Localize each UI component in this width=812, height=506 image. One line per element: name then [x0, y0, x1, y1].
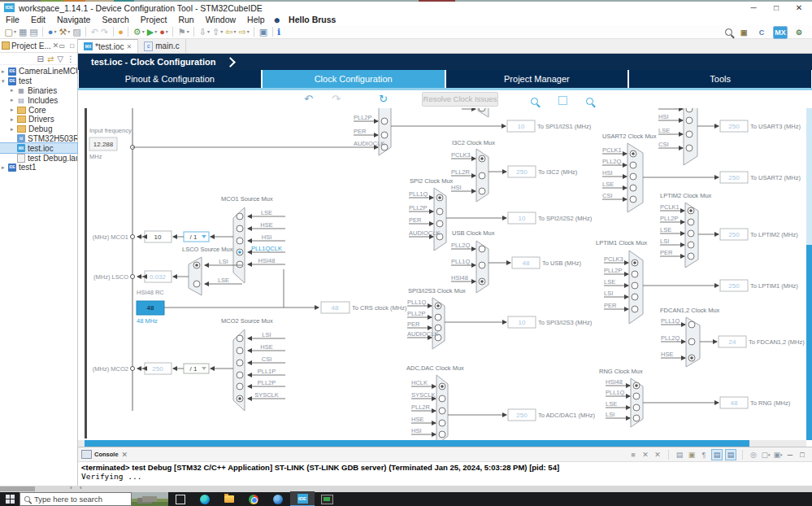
- save-icon[interactable]: ▦: [19, 26, 27, 38]
- menu-search[interactable]: Search: [102, 15, 128, 25]
- radio-rng-LSE[interactable]: [633, 404, 640, 411]
- maximize-view-icon[interactable]: □: [797, 450, 807, 460]
- vertical-scrollbar-thumb[interactable]: [806, 245, 812, 440]
- radio-usb-PLL2Q[interactable]: [479, 246, 485, 252]
- radio-mco2-HSE[interactable]: [237, 347, 243, 354]
- maximize-button[interactable]: □: [765, 2, 788, 14]
- horizontal-scrollbar-thumb[interactable]: [85, 440, 749, 447]
- radio-lptim1-LSE[interactable]: [632, 282, 638, 289]
- minimize-button[interactable]: ─: [742, 2, 765, 14]
- radio-spi1-PLL2P[interactable]: [381, 118, 388, 124]
- debug-icon[interactable]: ⚙▾: [133, 26, 145, 38]
- radio-mco1-HSI48[interactable]: [237, 261, 243, 268]
- scroll-lock-icon[interactable]: ▣: [687, 450, 697, 460]
- menu-navigate[interactable]: Navigate: [57, 15, 90, 25]
- tree-item-core[interactable]: ▸Core: [0, 105, 77, 115]
- zoom-out-icon[interactable]: [586, 95, 593, 107]
- remove-all-launches-icon[interactable]: ✕: [653, 450, 662, 460]
- info-icon[interactable]: ℹ: [277, 26, 280, 38]
- cpp-perspective-icon[interactable]: C: [755, 27, 768, 38]
- radio-mco1-HSI[interactable]: [237, 238, 243, 244]
- show-on-stderr-icon[interactable]: ▤: [725, 449, 736, 460]
- minimize-view-icon[interactable]: ─: [785, 450, 795, 460]
- bottom-scroll-thumb[interactable]: [0, 486, 35, 491]
- view-menu-icon[interactable]: ⋮: [67, 55, 75, 63]
- radio-usart2-PLL2Q[interactable]: [630, 162, 636, 168]
- radio-adc-HSE[interactable]: [439, 420, 445, 426]
- forward-icon[interactable]: ⇨▾: [238, 26, 249, 38]
- search-icon[interactable]: [725, 28, 732, 36]
- radio-lptim2-PLL2P[interactable]: [688, 219, 694, 225]
- refresh-icon[interactable]: ↻: [379, 93, 388, 105]
- task-view-button[interactable]: [168, 492, 193, 506]
- run-icon[interactable]: ▶▾: [147, 26, 157, 38]
- radio-spi3-PLL2P[interactable]: [435, 314, 441, 321]
- tree-item-debug[interactable]: ▸Debug: [0, 124, 77, 134]
- radio-usart3-HSI[interactable]: [686, 117, 693, 124]
- collapse-all-icon[interactable]: ⊟: [37, 55, 44, 63]
- radio-usart2-CSI[interactable]: [630, 196, 636, 203]
- radio-mco2-PLL2P[interactable]: [237, 383, 243, 390]
- resolve-clock-issues-button[interactable]: Resolve Clock Issues: [422, 92, 498, 107]
- expand-caret-icon[interactable]: ▸: [11, 107, 17, 113]
- radio-fdcan-PLL2Q[interactable]: [688, 338, 695, 345]
- external-tools-icon[interactable]: ●▾: [159, 26, 168, 38]
- expand-caret-icon[interactable]: ▸: [11, 116, 17, 123]
- remote-screen-button[interactable]: [315, 492, 339, 506]
- radio-usb-PLL1Q[interactable]: [479, 262, 485, 268]
- prev-annotation-icon[interactable]: ⇧▾: [212, 26, 223, 38]
- tree-item-drivers[interactable]: ▸Drivers: [0, 115, 77, 124]
- redo-icon[interactable]: ↷: [332, 93, 341, 105]
- radio-rng-PLL1Q[interactable]: [633, 393, 640, 399]
- user-name[interactable]: Hello Bruss: [289, 15, 336, 24]
- expand-caret-icon[interactable]: ▸: [11, 97, 17, 103]
- radio-i3c2-HSI[interactable]: [479, 188, 485, 194]
- radio-mco1-LSE[interactable]: [237, 213, 243, 220]
- update-software-icon[interactable]: ●: [118, 26, 124, 38]
- radio-i3c2-PLL2R[interactable]: [479, 172, 485, 179]
- tab-project-manager[interactable]: Project Manager: [446, 70, 628, 88]
- file-explorer-button[interactable]: [217, 492, 241, 506]
- console-close-icon[interactable]: ✕: [122, 451, 128, 459]
- radio-mco2-LSI[interactable]: [237, 335, 243, 342]
- radio-usart2-LSE[interactable]: [630, 185, 636, 191]
- console-tab[interactable]: Console: [94, 451, 119, 458]
- close-button[interactable]: ✕: [788, 2, 810, 14]
- radio-lptim2-LSE[interactable]: [688, 230, 694, 237]
- menu-project[interactable]: Project: [141, 15, 167, 25]
- radio-mco2-PLL1P[interactable]: [237, 372, 243, 378]
- radio-usart2-HSI[interactable]: [630, 173, 636, 180]
- tree-item-stm32h503rbtx-fla[interactable]: ldSTM32H503RBTX_FLA: [0, 134, 77, 144]
- radio-spi1-PER[interactable]: [381, 132, 388, 138]
- stm32cubeide-taskbar-button[interactable]: IDE: [290, 491, 315, 506]
- tree-item-test-debug-launch[interactable]: test Debug.launch: [0, 153, 77, 163]
- pin-console-icon[interactable]: ◎: [749, 450, 758, 460]
- radio-lptim1-PLL2P[interactable]: [632, 271, 638, 277]
- tab-pinout-configuration[interactable]: Pinout & Configuration: [79, 70, 261, 88]
- run-last-tool-icon[interactable]: ⚑▾: [178, 26, 189, 38]
- console-output[interactable]: <terminated> test Debug [STM32 C/C++ App…: [78, 462, 812, 482]
- vertical-scrollbar[interactable]: [806, 108, 812, 440]
- expand-caret-icon[interactable]: ▾: [2, 78, 8, 85]
- radio-lptim2-PER[interactable]: [688, 253, 694, 260]
- undo-icon[interactable]: ↶: [91, 26, 98, 38]
- radio-usart3-CSI[interactable]: [686, 145, 693, 151]
- expand-caret-icon[interactable]: ▸: [2, 68, 8, 75]
- radio-mco2-CSI[interactable]: [237, 360, 243, 366]
- mx-perspective-icon[interactable]: MX: [773, 26, 788, 39]
- new-wizard-icon[interactable]: ▢▾: [5, 26, 16, 38]
- display-selected-console-icon[interactable]: ▢▾: [761, 450, 771, 460]
- scroll-right-icon[interactable]: ›: [70, 484, 72, 491]
- build-icon[interactable]: ⚒▾: [59, 26, 70, 38]
- radio-fdcan-PLL1Q[interactable]: [688, 321, 695, 328]
- debug-perspective-icon[interactable]: ⚙: [792, 27, 805, 38]
- expand-caret-icon[interactable]: ▸: [11, 126, 17, 133]
- news-widget-thumbnail[interactable]: [132, 492, 168, 506]
- save-all-icon[interactable]: ▤: [29, 26, 37, 38]
- chrome-button[interactable]: [241, 492, 266, 506]
- radio-rng-LSI[interactable]: [633, 415, 640, 421]
- tab-clock-configuration[interactable]: Clock Configuration: [263, 70, 445, 88]
- open-perspective-icon[interactable]: ▣: [737, 27, 750, 38]
- start-button[interactable]: [0, 495, 20, 504]
- edge-button[interactable]: [193, 492, 217, 506]
